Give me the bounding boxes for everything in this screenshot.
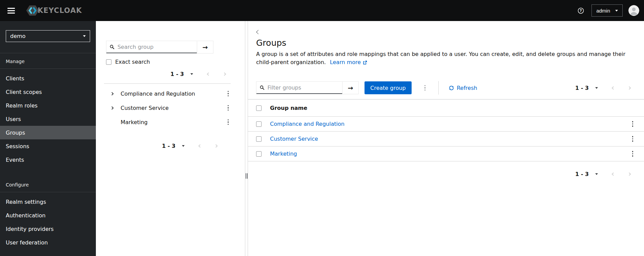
refresh-label: Refresh (457, 85, 477, 91)
sidebar-configure-list: Realm settings Authentication Identity p… (0, 192, 96, 249)
caret-down-icon (615, 10, 618, 12)
chevron-right-icon (110, 92, 114, 95)
page-title: Groups (256, 38, 644, 48)
group-tree-item-label[interactable]: Marketing (121, 119, 148, 125)
exact-search-checkbox[interactable] (106, 59, 111, 65)
collapse-drawer-button[interactable] (256, 30, 261, 34)
chevron-left-icon (612, 86, 615, 90)
filter-groups-box: → (256, 81, 359, 94)
user-dropdown[interactable]: admin (591, 4, 623, 17)
row-checkbox[interactable] (256, 151, 262, 157)
sidebar-item-identity-providers[interactable]: Identity providers (0, 222, 96, 236)
chevron-left-icon (256, 30, 261, 34)
pagination-prev-button[interactable] (611, 172, 616, 177)
group-tree-item: Customer Service (96, 101, 245, 115)
pagination-options-toggle[interactable] (182, 145, 185, 147)
pagination-options-toggle[interactable] (595, 87, 598, 89)
toolbar-kebab-menu-button[interactable] (423, 84, 427, 92)
row-kebab-menu-button[interactable] (631, 150, 635, 158)
tree-pagination-bottom: 1 - 3 (162, 141, 219, 150)
pagination-prev-button[interactable] (206, 72, 211, 77)
filter-groups-submit-button[interactable]: → (342, 82, 358, 94)
toolbar-divider (438, 81, 439, 95)
group-search-input[interactable] (118, 44, 193, 50)
table-row: Compliance and Regulation (248, 117, 644, 132)
table-header-row: Group name (248, 100, 644, 117)
pagination-options-toggle[interactable] (190, 73, 193, 75)
panel-splitter (245, 21, 248, 256)
group-link[interactable]: Marketing (270, 151, 297, 157)
pagination-range: 1 - 3 (575, 171, 589, 177)
row-kebab-menu-button[interactable] (631, 135, 635, 143)
user-dropdown-label: admin (596, 8, 610, 14)
keycloak-logo[interactable]: KEYCLOAK (26, 4, 82, 17)
refresh-icon (449, 85, 454, 91)
sidebar-item-user-federation[interactable]: User federation (0, 236, 96, 249)
pagination-next-button[interactable] (627, 172, 632, 177)
table-row: Customer Service (248, 132, 644, 146)
group-tree-list: Compliance and Regulation Customer Servi… (96, 86, 245, 129)
sidebar-item-realm-settings[interactable]: Realm settings (0, 195, 96, 209)
help-icon[interactable]: ? (578, 7, 584, 14)
groups-main-panel: Groups A group is a set of attributes an… (248, 21, 644, 256)
pagination-range: 1 - 3 (162, 143, 175, 149)
pagination-prev-button[interactable] (198, 143, 203, 149)
group-tree-item-label[interactable]: Customer Service (121, 105, 169, 111)
column-header-group-name: Group name (270, 105, 307, 111)
group-tree-item: Marketing (96, 115, 245, 129)
sidebar-section-configure-label: Configure (0, 177, 96, 192)
sidebar-item-events[interactable]: Events (0, 153, 96, 166)
caret-down-icon (182, 145, 185, 147)
sidebar-manage-list: Clients Client scopes Realm roles Users … (0, 69, 96, 166)
sidebar-section-manage-label: Manage (0, 53, 96, 68)
sidebar-item-users[interactable]: Users (0, 112, 96, 126)
expand-toggle-icon[interactable] (111, 107, 116, 109)
kebab-menu-button[interactable] (226, 90, 230, 98)
select-all-checkbox[interactable] (256, 105, 262, 111)
realm-selector[interactable]: demo (6, 30, 90, 42)
nav-toggle-button[interactable] (5, 6, 17, 16)
search-icon (110, 44, 115, 50)
sidebar-item-realm-roles[interactable]: Realm roles (0, 99, 96, 112)
caret-down-icon (595, 173, 598, 175)
row-kebab-menu-button[interactable] (631, 120, 635, 128)
caret-down-icon (190, 73, 193, 75)
pagination-prev-button[interactable] (611, 85, 616, 91)
create-group-button[interactable]: Create group (365, 81, 412, 94)
sidebar-item-authentication[interactable]: Authentication (0, 209, 96, 222)
sidebar-item-client-scopes[interactable]: Client scopes (0, 85, 96, 99)
pagination-next-button[interactable] (627, 85, 632, 91)
pagination-range: 1 - 3 (170, 71, 184, 77)
sidebar-item-groups[interactable]: Groups (0, 126, 96, 139)
caret-down-icon (595, 87, 598, 89)
group-link[interactable]: Compliance and Regulation (270, 121, 345, 127)
sidebar-item-clients[interactable]: Clients (0, 72, 96, 85)
expand-toggle-icon[interactable] (111, 93, 116, 95)
description-text: A group is a set of attributes and role … (256, 51, 625, 65)
refresh-button[interactable]: Refresh (449, 85, 477, 91)
hamburger-icon (7, 13, 15, 14)
group-tree-item-label[interactable]: Compliance and Regulation (121, 91, 195, 97)
pagination-next-button[interactable] (222, 72, 227, 77)
chevron-right-icon (223, 72, 226, 76)
brand-text: KEYCLOAK (38, 6, 82, 15)
pagination-next-button[interactable] (213, 143, 219, 149)
group-link[interactable]: Customer Service (270, 136, 318, 142)
realm-selector-value: demo (10, 33, 25, 39)
external-link-icon (363, 60, 367, 65)
kebab-menu-button[interactable] (226, 104, 230, 112)
chevron-right-icon (628, 172, 631, 176)
learn-more-link[interactable]: Learn more (330, 58, 367, 66)
row-checkbox[interactable] (256, 121, 262, 127)
group-search-submit-button[interactable]: → (197, 41, 213, 53)
avatar[interactable] (628, 5, 639, 16)
row-checkbox[interactable] (256, 136, 262, 142)
kebab-menu-button[interactable] (226, 118, 230, 126)
filter-groups-input[interactable] (268, 84, 339, 91)
chevron-right-icon (214, 144, 218, 147)
pagination-options-toggle[interactable] (595, 173, 598, 175)
panel-resize-handle[interactable] (245, 173, 248, 179)
sidebar-item-sessions[interactable]: Sessions (0, 139, 96, 153)
search-icon (260, 85, 265, 90)
page-description: A group is a set of attributes and role … (256, 50, 636, 66)
